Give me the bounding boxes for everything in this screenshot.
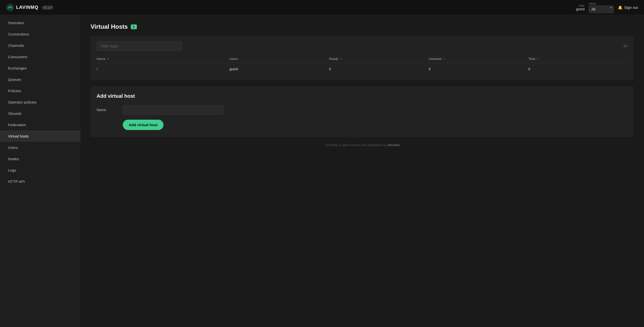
logo-text: LAVINMQ bbox=[16, 5, 38, 10]
user-info: User guest bbox=[576, 4, 585, 11]
vhost-select[interactable]: All / bbox=[589, 6, 614, 13]
col-unacked-label: Unacked bbox=[429, 57, 441, 61]
sidebar-item-shovels[interactable]: Shovels bbox=[0, 108, 80, 119]
table-header: Name ⇅ Users Ready ⇅ Unacked ⇅ Total ⇅ bbox=[97, 55, 628, 63]
version-badge: v2.1.0 bbox=[42, 5, 54, 10]
sort-icon-unacked[interactable]: ⇅ bbox=[443, 57, 445, 60]
sidebar: OverviewConnectionsChannelsConsumersExch… bbox=[0, 15, 80, 327]
sidebar-item-federation[interactable]: Federation bbox=[0, 119, 80, 130]
footer-brand: 84codes bbox=[387, 143, 400, 147]
col-name: Name ⇅ bbox=[97, 57, 229, 61]
col-users-label: Users bbox=[229, 57, 238, 61]
col-total-label: Total bbox=[528, 57, 535, 61]
footer: LavinMQ is open source and developed by … bbox=[91, 137, 634, 149]
filter-input[interactable] bbox=[97, 41, 182, 51]
header-right: User guest vhost: All / ▾ 🔔 Sign out bbox=[576, 2, 638, 13]
add-vhost-button[interactable]: Add virtual host bbox=[123, 120, 164, 130]
add-vhost-section: Add virtual host Name Add virtual host bbox=[91, 86, 634, 137]
cell-total: 0 bbox=[528, 67, 628, 71]
footer-text: LavinMQ is open source and developed by bbox=[325, 143, 386, 147]
sidebar-item-operator-policies[interactable]: Operator policies bbox=[0, 96, 80, 108]
col-total: Total ⇅ bbox=[528, 57, 628, 61]
cell-name: / bbox=[97, 67, 229, 71]
page-title: Virtual Hosts bbox=[91, 23, 128, 30]
sidebar-item-policies[interactable]: Policies bbox=[0, 85, 80, 96]
vhost-label: vhost: bbox=[589, 2, 614, 5]
signout-label: Sign out bbox=[624, 5, 638, 10]
main-content: Virtual Hosts 1 +/- Name ⇅ Users Ready bbox=[80, 15, 644, 327]
logo-icon bbox=[6, 4, 14, 12]
filter-row: +/- bbox=[97, 41, 628, 51]
add-section-title: Add virtual host bbox=[97, 93, 628, 99]
plus-minus-toggle[interactable]: +/- bbox=[623, 44, 628, 48]
col-unacked: Unacked ⇅ bbox=[429, 57, 528, 61]
col-ready-label: Ready bbox=[329, 57, 339, 61]
user-name: guest bbox=[576, 7, 585, 11]
page-title-row: Virtual Hosts 1 bbox=[91, 23, 634, 30]
sign-out-button[interactable]: 🔔 Sign out bbox=[618, 5, 638, 10]
sidebar-item-queues[interactable]: Queues bbox=[0, 74, 80, 85]
vhost-link[interactable]: / bbox=[97, 67, 98, 71]
sidebar-item-users[interactable]: Users bbox=[0, 142, 80, 153]
cell-users: guest bbox=[229, 67, 329, 71]
sidebar-item-nodes[interactable]: Nodes bbox=[0, 153, 80, 165]
name-form-row: Name bbox=[97, 105, 628, 115]
cell-ready: 0 bbox=[329, 67, 429, 71]
sidebar-item-connections[interactable]: Connections bbox=[0, 28, 80, 40]
sidebar-item-http-api[interactable]: HTTP API bbox=[0, 176, 80, 187]
vhost-selector[interactable]: vhost: All / ▾ bbox=[589, 2, 614, 13]
signout-icon: 🔔 bbox=[618, 5, 623, 10]
table-row: / guest 0 0 0 bbox=[97, 63, 628, 75]
cell-unacked: 0 bbox=[429, 67, 528, 71]
col-ready: Ready ⇅ bbox=[329, 57, 429, 61]
filter-section: +/- Name ⇅ Users Ready ⇅ Unacked ⇅ bbox=[91, 36, 634, 80]
sidebar-item-channels[interactable]: Channels bbox=[0, 40, 80, 51]
count-badge: 1 bbox=[131, 24, 137, 29]
sidebar-item-exchanges[interactable]: Exchanges bbox=[0, 62, 80, 74]
sort-icon-name[interactable]: ⇅ bbox=[107, 57, 109, 60]
logo: LAVINMQ bbox=[6, 4, 38, 12]
name-label: Name bbox=[97, 108, 117, 112]
sidebar-item-consumers[interactable]: Consumers bbox=[0, 51, 80, 62]
col-name-label: Name bbox=[97, 57, 105, 61]
sort-icon-ready[interactable]: ⇅ bbox=[340, 57, 342, 60]
vhost-name-input[interactable] bbox=[123, 105, 223, 115]
sidebar-item-overview[interactable]: Overview bbox=[0, 17, 80, 28]
sidebar-item-logs[interactable]: Logs bbox=[0, 165, 80, 176]
col-users: Users bbox=[229, 57, 329, 61]
sort-icon-total[interactable]: ⇅ bbox=[537, 57, 539, 60]
user-label: User bbox=[576, 4, 585, 7]
app-header: LAVINMQ v2.1.0 User guest vhost: All / ▾… bbox=[0, 0, 644, 15]
app-layout: OverviewConnectionsChannelsConsumersExch… bbox=[0, 15, 644, 327]
sidebar-item-virtual-hosts[interactable]: Virtual hosts bbox=[0, 130, 80, 142]
header-left: LAVINMQ v2.1.0 bbox=[6, 4, 54, 12]
